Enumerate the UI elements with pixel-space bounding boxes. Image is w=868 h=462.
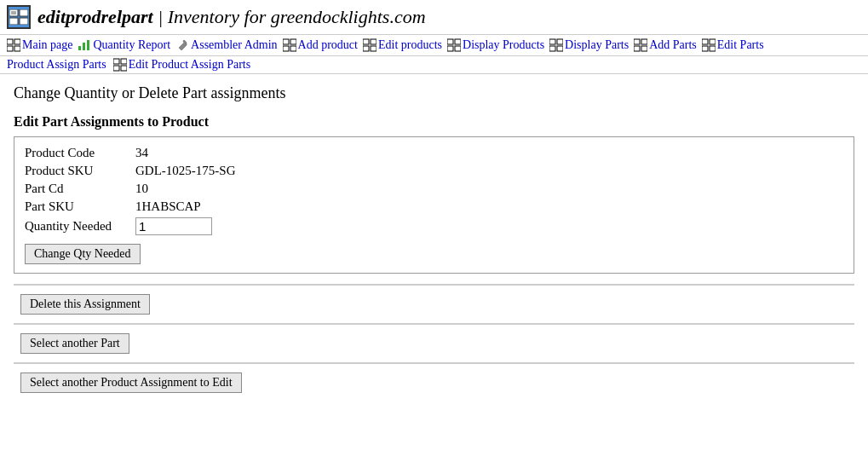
product-sku-label: Product SKU bbox=[25, 164, 135, 178]
svg-rect-10 bbox=[78, 46, 81, 50]
svg-rect-27 bbox=[549, 46, 555, 51]
svg-rect-0 bbox=[9, 9, 18, 16]
nav-quantity-report[interactable]: Quantity Report bbox=[78, 38, 170, 52]
nav-add-product[interactable]: Add product bbox=[283, 38, 358, 52]
nav-main-page[interactable]: Main page bbox=[7, 38, 72, 52]
change-qty-row: Change Qty Needed bbox=[25, 244, 843, 264]
svg-rect-15 bbox=[283, 46, 289, 51]
grid-icon bbox=[7, 38, 20, 52]
select-product-assignment-row: Select another Product Assignment to Edi… bbox=[14, 363, 854, 401]
nav-edit-parts[interactable]: Edit Parts bbox=[702, 38, 764, 52]
svg-rect-18 bbox=[371, 39, 377, 44]
delete-assignment-button[interactable]: Delete this Assignment bbox=[20, 294, 150, 315]
product-code-label: Product Code bbox=[25, 146, 135, 160]
svg-rect-1 bbox=[20, 9, 28, 16]
edit-parts-icon bbox=[702, 38, 716, 52]
nav-display-parts[interactable]: Display Parts bbox=[549, 38, 629, 52]
svg-rect-23 bbox=[447, 46, 453, 51]
header: editprodrelpart | Inventory for greendoc… bbox=[0, 0, 868, 35]
nav-edit-products[interactable]: Edit products bbox=[363, 38, 442, 52]
svg-rect-25 bbox=[549, 39, 555, 44]
nav-display-products[interactable]: Display Products bbox=[447, 38, 544, 52]
svg-rect-30 bbox=[641, 39, 647, 44]
svg-rect-11 bbox=[83, 43, 85, 50]
svg-rect-22 bbox=[455, 39, 461, 44]
nav-assembler-admin[interactable]: Assembler Admin bbox=[175, 38, 278, 52]
svg-rect-17 bbox=[363, 39, 369, 44]
nav-row2: Product Assign Parts Edit Product Assign… bbox=[0, 56, 868, 74]
display-parts-icon bbox=[549, 38, 563, 52]
svg-rect-34 bbox=[710, 39, 716, 44]
quantity-needed-input[interactable] bbox=[135, 217, 212, 235]
svg-rect-6 bbox=[7, 39, 13, 44]
part-sku-row: Part SKU 1HABSCAP bbox=[25, 199, 843, 214]
part-cd-label: Part Cd bbox=[25, 182, 135, 196]
select-part-row: Select another Part bbox=[14, 324, 854, 362]
nav-edit-product-assign-parts[interactable]: Edit Product Assign Parts bbox=[113, 58, 251, 72]
edit-assign-icon bbox=[113, 58, 127, 72]
svg-rect-26 bbox=[557, 39, 563, 44]
change-title: Change Quantity or Delete Part assignmen… bbox=[14, 84, 854, 102]
edit-products-icon bbox=[363, 38, 377, 52]
svg-rect-13 bbox=[283, 39, 289, 44]
svg-rect-14 bbox=[290, 39, 296, 44]
section-title: Edit Part Assignments to Product bbox=[14, 114, 854, 130]
svg-rect-9 bbox=[14, 46, 20, 51]
svg-rect-39 bbox=[113, 66, 119, 71]
svg-rect-16 bbox=[290, 46, 296, 51]
nav-bar: Main page Quantity Report Assembler Admi… bbox=[0, 35, 868, 56]
svg-rect-28 bbox=[557, 46, 563, 51]
wrench-icon bbox=[175, 38, 189, 52]
svg-rect-38 bbox=[121, 59, 127, 64]
content-area: Change Quantity or Delete Part assignmen… bbox=[0, 74, 868, 412]
svg-rect-12 bbox=[87, 40, 89, 50]
svg-rect-2 bbox=[9, 18, 18, 25]
assignment-box: Product Code 34 Product SKU GDL-1025-175… bbox=[14, 136, 854, 274]
svg-rect-32 bbox=[641, 46, 647, 51]
svg-rect-20 bbox=[371, 46, 377, 51]
part-cd-row: Part Cd 10 bbox=[25, 182, 843, 196]
svg-rect-31 bbox=[634, 46, 640, 51]
svg-rect-19 bbox=[363, 46, 369, 51]
nav-product-assign-parts[interactable]: Product Assign Parts bbox=[7, 58, 106, 72]
part-sku-label: Part SKU bbox=[25, 199, 135, 214]
chart-icon bbox=[78, 38, 91, 52]
page-title: editprodrelpart | Inventory for greendoc… bbox=[37, 6, 426, 28]
display-products-icon bbox=[447, 38, 461, 52]
svg-rect-40 bbox=[121, 66, 127, 71]
part-cd-value: 10 bbox=[135, 182, 148, 196]
svg-rect-33 bbox=[702, 39, 708, 44]
svg-rect-29 bbox=[634, 39, 640, 44]
delete-row: Delete this Assignment bbox=[14, 285, 854, 323]
select-part-button[interactable]: Select another Part bbox=[20, 333, 129, 354]
quantity-needed-row: Quantity Needed bbox=[25, 217, 843, 235]
svg-rect-24 bbox=[455, 46, 461, 51]
svg-rect-3 bbox=[20, 18, 28, 25]
add-product-icon bbox=[283, 38, 296, 52]
part-sku-value: 1HABSCAP bbox=[135, 199, 201, 214]
svg-rect-35 bbox=[702, 46, 708, 51]
svg-rect-37 bbox=[113, 59, 119, 64]
select-product-assignment-button[interactable]: Select another Product Assignment to Edi… bbox=[20, 372, 242, 393]
svg-rect-36 bbox=[710, 46, 716, 51]
product-sku-row: Product SKU GDL-1025-175-SG bbox=[25, 164, 843, 178]
add-parts-icon bbox=[634, 38, 647, 52]
svg-rect-7 bbox=[14, 39, 20, 44]
change-qty-button[interactable]: Change Qty Needed bbox=[25, 244, 141, 264]
quantity-needed-label: Quantity Needed bbox=[25, 219, 135, 234]
svg-rect-8 bbox=[7, 46, 13, 51]
product-sku-value: GDL-1025-175-SG bbox=[135, 164, 236, 178]
product-code-row: Product Code 34 bbox=[25, 146, 843, 160]
nav-add-parts[interactable]: Add Parts bbox=[634, 38, 697, 52]
product-code-value: 34 bbox=[135, 146, 148, 160]
app-icon bbox=[7, 5, 31, 29]
svg-rect-21 bbox=[447, 39, 453, 44]
